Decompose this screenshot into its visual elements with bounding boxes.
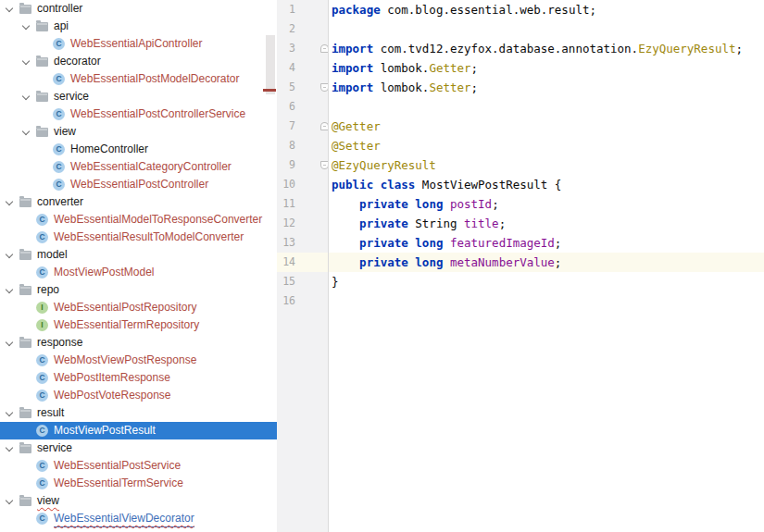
tree-item-label: WebEssentialPostModelDecorator — [70, 71, 240, 87]
line-number: 6 — [277, 97, 295, 117]
chevron-down-icon[interactable] — [6, 285, 13, 292]
tree-item-label: WebEssentialViewDecorator — [54, 511, 194, 527]
class-icon: C — [36, 214, 48, 226]
tree-row[interactable]: CWebPostVoteResponse — [0, 387, 277, 404]
code-line[interactable]: 15} — [277, 272, 764, 291]
tree-row[interactable]: IWebEssentialPostRepository — [0, 299, 277, 316]
tree-row[interactable]: controller — [0, 0, 277, 18]
code-line[interactable]: 6 — [277, 97, 764, 117]
tree-item-label: view — [37, 493, 59, 509]
tree-row[interactable]: CWebEssentialCategoryController — [0, 158, 277, 176]
code-line[interactable]: 2 — [277, 19, 764, 39]
gutter-divider — [328, 0, 329, 532]
tree-row[interactable]: CMostViewPostModel — [0, 264, 277, 281]
code-line[interactable]: 8@Setter — [277, 136, 764, 155]
folder-icon — [36, 22, 48, 31]
tree-row[interactable]: decorator — [0, 53, 277, 70]
tree-row[interactable]: CWebEssentialPostControllerService — [0, 105, 277, 123]
chevron-down-icon[interactable] — [22, 92, 30, 99]
code-line[interactable]: 10public class MostViewPostResult { — [277, 175, 764, 194]
code-editor[interactable]: 1package com.blog.essential.web.result;2… — [277, 0, 764, 532]
chevron-down-icon[interactable] — [6, 197, 13, 204]
code-line[interactable]: 7@Getter — [277, 117, 764, 136]
code-line[interactable]: 12 private String title; — [277, 214, 764, 233]
tree-row[interactable]: CWebEssentialApiController — [0, 35, 277, 53]
code-line[interactable]: 3import com.tvd12.ezyfox.database.annota… — [277, 39, 764, 58]
code-line[interactable]: 1package com.blog.essential.web.result; — [277, 0, 764, 19]
tree-row[interactable]: service — [0, 88, 277, 105]
class-icon: C — [53, 38, 65, 50]
tree-item-label: WebEssentialModelToResponseConverter — [54, 212, 262, 228]
tree-row[interactable]: CWebEssentialPostModelDecorator — [0, 70, 277, 88]
code-line[interactable]: 9@EzyQueryResult — [277, 155, 764, 175]
class-icon: C — [36, 231, 48, 243]
line-number: 4 — [277, 58, 295, 78]
tree-scrollbar-thumb[interactable] — [266, 35, 275, 94]
code-line[interactable]: 16 — [277, 291, 764, 311]
tree-row[interactable]: CWebEssentialTermService — [0, 475, 277, 492]
tree-item-label: controller — [37, 1, 82, 17]
tree-row[interactable]: CWebEssentialViewDecorator — [0, 510, 277, 527]
tree-row[interactable]: CWebPostItemResponse — [0, 369, 277, 387]
folder-icon — [36, 57, 48, 67]
code-line[interactable]: 11 private long postId; — [277, 194, 764, 214]
line-number: 10 — [277, 175, 295, 194]
tree-row[interactable]: view — [0, 492, 277, 510]
tree-row[interactable]: CWebEssentialResultToModelConverter — [0, 229, 277, 246]
tree-row[interactable]: IWebEssentialTermRepository — [0, 316, 277, 334]
chevron-down-icon[interactable] — [22, 127, 30, 134]
tree-row[interactable]: CWebMostViewPostResponse — [0, 352, 277, 369]
tree-row[interactable]: CHomeController — [0, 141, 277, 158]
tree-row[interactable]: service — [0, 439, 277, 457]
fold-column — [295, 0, 332, 19]
folder-icon — [36, 93, 48, 102]
tree-row[interactable]: api — [0, 18, 277, 35]
tree-row[interactable]: response — [0, 334, 277, 352]
tree-row[interactable]: converter — [0, 193, 277, 211]
code-line[interactable]: 4import lombok.Getter; — [277, 58, 764, 78]
class-icon: C — [53, 108, 65, 120]
chevron-down-icon[interactable] — [6, 338, 13, 345]
tree-row[interactable]: result — [0, 404, 277, 422]
chevron-down-icon[interactable] — [6, 250, 13, 257]
code-line[interactable]: 13 private long featuredImageId; — [277, 233, 764, 253]
code-line[interactable]: 5import lombok.Setter; — [277, 78, 764, 97]
tree-row[interactable]: CWebEssentialPostController — [0, 176, 277, 193]
tree-item-label: converter — [37, 194, 83, 210]
tree-item-label: WebPostItemResponse — [54, 370, 170, 386]
chevron-down-icon[interactable] — [6, 496, 13, 503]
fold-column — [295, 39, 332, 58]
tree-item-label: response — [37, 335, 82, 351]
chevron-down-icon[interactable] — [22, 56, 30, 64]
line-number: 3 — [277, 39, 295, 58]
code-text: private long postId; — [332, 194, 499, 214]
fold-column — [295, 19, 332, 39]
tree-row[interactable]: CMostViewPostResult — [0, 422, 277, 439]
class-icon: C — [36, 354, 48, 366]
folder-icon — [36, 128, 48, 137]
tree-row[interactable]: CWebEssentialPostService — [0, 457, 277, 475]
tree-item-label: WebEssentialPostControllerService — [70, 106, 245, 122]
class-icon: C — [53, 179, 65, 191]
tree-item-label: service — [37, 440, 72, 456]
tree-item-label: model — [37, 247, 68, 263]
tree-row[interactable]: CWebEssentialModelToResponseConverter — [0, 211, 277, 229]
class-icon: C — [53, 73, 65, 85]
chevron-down-icon[interactable] — [6, 408, 13, 415]
tree-item-label: MostViewPostResult — [54, 423, 156, 439]
tree-row[interactable]: repo — [0, 281, 277, 299]
chevron-down-icon[interactable] — [6, 443, 13, 451]
code-lines: 1package com.blog.essential.web.result;2… — [277, 0, 764, 311]
folder-icon — [19, 5, 31, 14]
code-text: import lombok.Setter; — [332, 78, 478, 97]
code-text: @Setter — [332, 136, 381, 155]
chevron-down-icon[interactable] — [22, 21, 30, 29]
tree-row[interactable]: model — [0, 246, 277, 264]
line-number: 9 — [277, 155, 295, 175]
code-line[interactable]: 14 private long metaNumberValue; — [277, 253, 764, 272]
chevron-down-icon[interactable] — [6, 4, 13, 11]
folder-icon — [19, 497, 31, 506]
line-number: 14 — [277, 253, 295, 272]
tree-row[interactable]: view — [0, 123, 277, 141]
tree-item-label: WebEssentialPostController — [70, 177, 208, 192]
